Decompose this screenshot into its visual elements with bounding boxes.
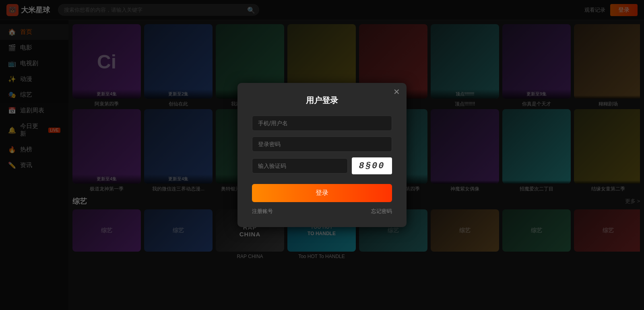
captcha-field-group: 8§00	[252, 157, 392, 174]
captcha-image[interactable]: 8§00	[352, 157, 392, 174]
login-modal: ✕ 用户登录 8§00 登录 注册账号 忘记密码	[237, 83, 407, 227]
captcha-value: 8§00	[359, 161, 385, 171]
login-submit-button[interactable]: 登录	[252, 184, 392, 202]
register-link[interactable]: 注册账号	[252, 208, 273, 215]
password-field-group	[252, 136, 392, 152]
modal-overlay: ✕ 用户登录 8§00 登录 注册账号 忘记密码	[0, 0, 644, 310]
modal-links: 注册账号 忘记密码	[252, 208, 392, 215]
modal-close-button[interactable]: ✕	[393, 88, 400, 96]
phone-field-group	[252, 116, 392, 131]
modal-title: 用户登录	[252, 95, 392, 106]
password-input[interactable]	[252, 136, 392, 152]
phone-input[interactable]	[252, 116, 392, 131]
captcha-input[interactable]	[252, 158, 348, 174]
forgot-password-link[interactable]: 忘记密码	[371, 208, 392, 215]
